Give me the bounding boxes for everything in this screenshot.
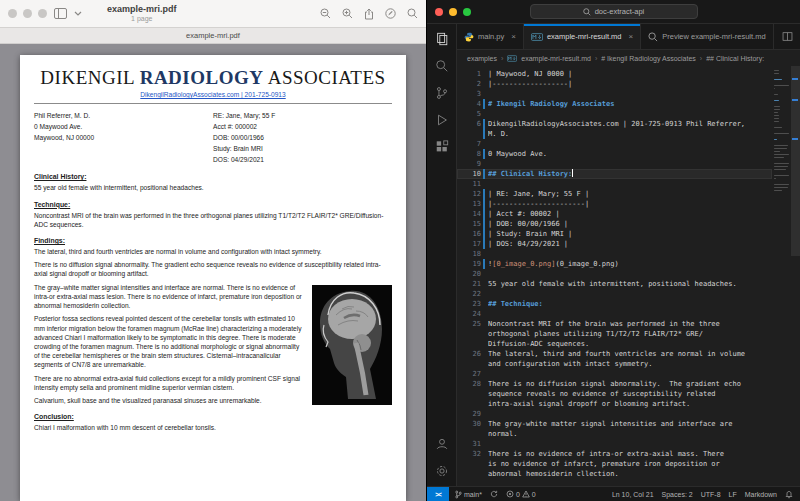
pdf-viewport[interactable]: DIKENGIL RADIOLOGY ASSOCIATES DikengilRa… [0, 44, 426, 501]
editor-line[interactable]: Diffusion-ADC sequences. [457, 339, 772, 349]
line-number: 18 [457, 249, 481, 259]
editor-line[interactable]: orthogonal planes utilizing T1/T2/T2 FLA… [457, 329, 772, 339]
editor-line[interactable]: 80 Maywood Ave. [457, 149, 772, 159]
line-text: Noncontrast MRI of the brain was perform… [488, 319, 772, 329]
editor-line[interactable]: 6DikengilRadiologyAssociates.com | 201-7… [457, 119, 772, 129]
minimize-window-button[interactable] [23, 9, 32, 18]
minimize-window-button[interactable] [449, 8, 457, 16]
cursor-position[interactable]: Ln 10, Col 21 [612, 491, 654, 498]
scrollbar-thumb[interactable] [791, 66, 800, 256]
editor-line[interactable]: 25Noncontrast MRI of the brain was perfo… [457, 319, 772, 329]
referrer-line: Phil Referrer, M. D. [34, 111, 213, 122]
editor-line[interactable]: 9 [457, 159, 772, 169]
editor-line[interactable]: is no evidence of infarct, premature iro… [457, 459, 772, 469]
line-text [488, 409, 772, 419]
explorer-icon[interactable] [435, 32, 449, 46]
close-window-button[interactable] [435, 8, 443, 16]
minimap-content[interactable] [772, 66, 791, 486]
settings-gear-icon[interactable] [435, 464, 449, 478]
editor-line[interactable]: intra-axial signal dropoff or blooming a… [457, 399, 772, 409]
editor-line[interactable]: and configuration with intact symmetry. [457, 359, 772, 369]
tab-example-mri-result-md[interactable]: example-mri-result.md × [524, 24, 641, 49]
split-editor-icon[interactable] [782, 31, 793, 42]
zoom-window-button[interactable] [38, 9, 47, 18]
editor-line[interactable]: 15| DOB: 00/00/1966 | [457, 219, 772, 229]
breadcrumb-folder[interactable]: examples [467, 55, 497, 62]
sync-status[interactable] [490, 490, 498, 498]
markup-icon[interactable] [385, 8, 396, 19]
line-number: 4 [457, 99, 481, 109]
editor-line[interactable]: 23## Technique: [457, 299, 772, 309]
editor-line[interactable]: 10## Clinical History: [457, 169, 772, 179]
editor-line[interactable]: 12| RE: Jane, Mary; 55 F | [457, 189, 772, 199]
preview-tab-label[interactable]: example-mri.pdf [186, 31, 240, 40]
editor-line[interactable]: 3 [457, 89, 772, 99]
tab-preview-example-mri-result-md[interactable]: Preview example-mri-result.md [641, 24, 773, 49]
editor-line[interactable]: 31 [457, 439, 772, 449]
editor-line[interactable]: 22 [457, 289, 772, 299]
chevron-down-icon[interactable] [74, 11, 82, 16]
editor-line[interactable]: 2155 year old female with intermittent, … [457, 279, 772, 289]
search-icon[interactable] [407, 8, 418, 19]
editor-line[interactable]: 13|----------------------| [457, 199, 772, 209]
editor-line[interactable]: 19![0_image_0.png](0_image_0.png) [457, 259, 772, 269]
editor-line[interactable]: abnormal hemosiderin cllection. [457, 469, 772, 479]
editor-line[interactable]: 2|------------------| [457, 79, 772, 89]
close-tab-icon[interactable]: × [511, 32, 516, 41]
line-number [457, 129, 481, 139]
share-icon[interactable] [364, 8, 374, 20]
extensions-icon[interactable] [435, 140, 449, 154]
editor-line[interactable]: 14| Acct #: 00002 | [457, 209, 772, 219]
close-tab-icon[interactable]: × [629, 32, 634, 41]
editor-code[interactable]: 1| Maywood, NJ 0000 |2|-----------------… [457, 66, 772, 486]
zoom-in-icon[interactable] [342, 8, 353, 19]
editor-line[interactable]: 32There is no evidence of intra-or extra… [457, 449, 772, 459]
editor-line[interactable]: 27 [457, 369, 772, 379]
sidebar-toggle-icon[interactable] [54, 8, 67, 19]
language-mode[interactable]: Markdown [745, 491, 777, 498]
editor-line[interactable]: 30The gray-white matter signal intensiti… [457, 419, 772, 429]
breadcrumb-symbol-h2[interactable]: ## Clinical History: [706, 55, 764, 62]
breadcrumb-file[interactable]: example-mri-result.md [521, 55, 591, 62]
branch-status[interactable]: main* [455, 490, 482, 499]
editor-line[interactable]: 7 [457, 139, 772, 149]
editor-line[interactable]: 18 [457, 249, 772, 259]
editor-line[interactable]: 24 [457, 309, 772, 319]
command-center[interactable]: doc-extract-api [530, 4, 698, 19]
eol-sequence[interactable]: LF [729, 491, 737, 498]
editor-line[interactable]: 20 [457, 269, 772, 279]
editor-line[interactable]: 26The lateral, third and fourth ventricl… [457, 349, 772, 359]
indentation[interactable]: Spaces: 2 [662, 491, 693, 498]
editor-line[interactable]: 29 [457, 409, 772, 419]
search-icon[interactable] [435, 59, 449, 73]
problems-status[interactable]: 0 0 [506, 490, 536, 498]
remote-indicator[interactable]: >< [427, 487, 449, 501]
editor-line[interactable]: 17| DOS: 04/29/2021 | [457, 239, 772, 249]
editor-line[interactable]: 1| Maywood, NJ 0000 | [457, 69, 772, 79]
editor-line[interactable]: M. D. [457, 129, 772, 139]
encoding[interactable]: UTF-8 [701, 491, 721, 498]
breadcrumb-symbol-h1[interactable]: # Ikengil Radiology Associates [601, 55, 696, 62]
overview-ruler-mark [792, 78, 798, 80]
tab-main-py[interactable]: main.py × [457, 24, 524, 49]
editor-line[interactable]: 4# Ikengil Radiology Associates [457, 99, 772, 109]
editor-line[interactable]: 5 [457, 109, 772, 119]
editor-line[interactable]: sequence reveals no evidence of suscepti… [457, 389, 772, 399]
markdown-preview-icon [648, 32, 658, 42]
line-number: 16 [457, 229, 481, 239]
line-number: 26 [457, 349, 481, 359]
notifications-bell-icon[interactable] [785, 490, 793, 499]
zoom-out-icon[interactable] [320, 8, 331, 19]
zoom-window-button[interactable] [463, 8, 471, 16]
editor-line[interactable]: 16| Study: Brain MRI | [457, 229, 772, 239]
overview-ruler[interactable] [791, 66, 800, 486]
source-control-icon[interactable] [435, 86, 449, 100]
close-window-button[interactable] [8, 9, 17, 18]
editor-line[interactable]: 28There is no diffusion signal abnormali… [457, 379, 772, 389]
editor-line[interactable]: 11 [457, 179, 772, 189]
account-icon[interactable] [435, 437, 449, 451]
contact-link[interactable]: DikengilRadiologyAssociates.com | 201-72… [34, 91, 392, 98]
editor-line[interactable]: normal. [457, 429, 772, 439]
run-debug-icon[interactable] [435, 113, 449, 127]
letterhead-rule [34, 103, 392, 104]
